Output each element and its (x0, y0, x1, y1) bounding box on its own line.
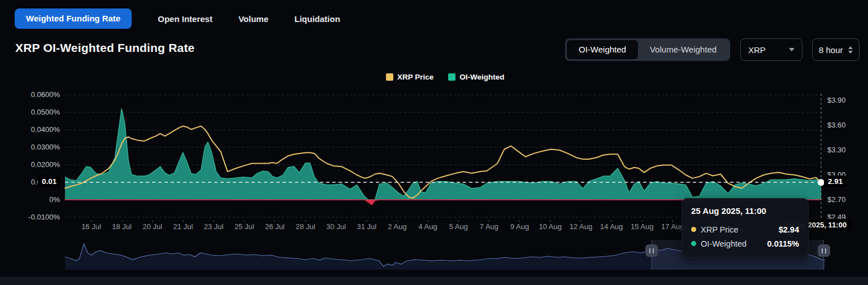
current-price-badge: 2.91 (824, 176, 847, 187)
funding-rate-dashboard: Weighted Funding Rate Open Interest Volu… (0, 0, 868, 285)
chart-tooltip: 25 Aug 2025, 11:00 XRP Price $2.94 OI-We… (682, 198, 809, 258)
current-funding-badge: 0.01 (38, 176, 60, 187)
navigator-handle-right[interactable] (818, 244, 830, 257)
y-axis-tick-left: 0% (49, 195, 60, 204)
y-axis-tick-left: 0.0200% (31, 160, 60, 169)
y-axis-tick-left: 0.0500% (31, 108, 60, 116)
tooltip-row-xrp-price: XRP Price $2.94 (691, 222, 799, 236)
y-axis-tick-left: 0.0300% (31, 143, 60, 151)
navigator-handle-left[interactable] (645, 244, 658, 257)
tooltip-date: 25 Aug 2025, 11:00 (691, 206, 799, 216)
oi-weighted-dot-icon (691, 241, 696, 246)
y-axis-tick-right: $3.90 (827, 96, 846, 104)
y-axis-tick-left: 0.0600% (31, 90, 60, 99)
tooltip-row-oi-weighted: OI-Weighted 0.0115% (691, 236, 799, 251)
y-axis-tick-right: $2.70 (827, 195, 846, 204)
y-axis-tick-right: $3.30 (827, 146, 846, 154)
y-axis-tick-left: -0.0100% (28, 213, 60, 221)
xrp-price-dot-icon (691, 227, 696, 232)
y-axis-tick-left: 0.0400% (31, 125, 60, 134)
y-axis-tick-right: $3.60 (827, 121, 846, 129)
